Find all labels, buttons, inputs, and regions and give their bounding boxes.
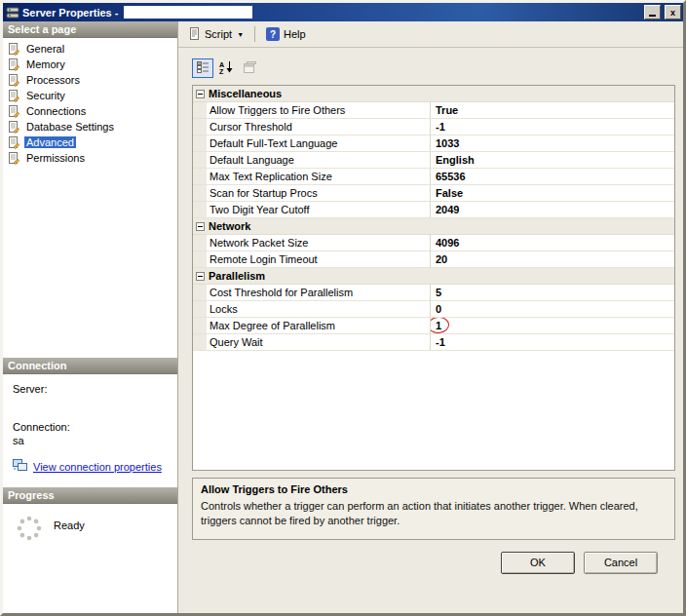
toolbar-separator [254,26,255,42]
page-icon [8,74,20,87]
view-connection-properties-link[interactable]: View connection properties [33,461,162,473]
sidebar-item-advanced[interactable]: Advanced [3,135,177,150]
property-value[interactable]: -1 [431,119,674,135]
property-row[interactable]: Max Text Replication Size 65536 [193,169,674,185]
page-icon [8,58,20,71]
row-indent [193,334,207,350]
property-value[interactable]: 4096 [431,235,674,250]
collapse-icon[interactable] [196,272,205,281]
property-row[interactable]: Default Full-Text Language 1033 [193,135,674,152]
category-row-parallelism[interactable]: Parallelism [193,268,674,285]
ok-button[interactable]: OK [501,552,575,574]
page-icon [8,136,20,149]
row-indent [193,235,207,250]
property-row[interactable]: Remote Login Timeout 20 [193,251,674,268]
page-icon [8,43,20,56]
sidebar-item-security[interactable]: Security [3,88,177,103]
row-indent [193,185,207,201]
property-value[interactable]: 20 [431,251,674,267]
property-label: Query Wait [207,334,431,350]
sidebar-item-label: Advanced [24,136,76,148]
row-indent [193,152,207,168]
property-row[interactable]: Network Packet Size 4096 [193,235,674,251]
help-button[interactable]: ? Help [260,24,312,44]
category-label: Parallelism [209,270,265,282]
collapse-icon[interactable] [196,90,205,98]
row-indent [193,102,207,118]
close-button[interactable]: x [665,5,681,19]
property-value[interactable]: 2049 [431,202,674,217]
row-indent [193,119,207,135]
property-row[interactable]: Cursor Threshold -1 [193,119,674,135]
page-icon [8,90,20,102]
row-indent [193,285,207,300]
property-row[interactable]: Allow Triggers to Fire Others True [193,102,674,119]
sidebar-item-general[interactable]: General [3,41,177,57]
dialog-toolbar: Script ▼ ? Help [178,21,683,48]
categorized-icon [197,61,210,76]
property-value[interactable]: 5 [431,285,674,300]
property-row[interactable]: Two Digit Year Cutoff 2049 [193,202,674,218]
property-label: Scan for Startup Procs [207,185,431,201]
sidebar-item-memory[interactable]: Memory [3,57,177,72]
redacted-server-name [124,6,252,19]
property-label: Network Packet Size [207,235,431,250]
property-pages-button [239,58,260,78]
minimize-icon [649,15,656,17]
collapse-icon[interactable] [196,222,205,231]
connection-section: Server: Connection: sa View connection p… [3,374,177,487]
help-button-label: Help [284,28,306,40]
cancel-button[interactable]: Cancel [584,552,658,574]
help-icon: ? [266,27,280,41]
property-value[interactable]: 65536 [431,169,674,184]
sidebar-item-database-settings[interactable]: Database Settings [3,119,177,135]
category-row-miscellaneous[interactable]: Miscellaneous [193,86,674,102]
property-value[interactable]: False [431,185,674,201]
property-value[interactable]: 1033 [431,135,674,151]
titlebar[interactable]: Server Properties - x [3,3,683,21]
property-row[interactable]: Scan for Startup Procs False [193,185,674,202]
server-icon [6,6,19,19]
progress-section: Ready [3,504,177,613]
property-row[interactable]: Cost Threshold for Parallelism 5 [193,285,674,301]
property-value[interactable]: English [431,152,674,168]
property-label: Locks [207,301,431,317]
property-value[interactable]: True [431,102,674,118]
property-row-max-degree-of-parallelism[interactable]: Max Degree of Parallelism 1 [193,318,674,334]
select-page-header: Select a page [3,21,177,38]
property-value[interactable]: -1 [431,334,674,350]
sidebar-item-label: Security [24,90,67,101]
chevron-down-icon: ▼ [237,31,244,38]
property-value[interactable]: 1 [431,318,674,333]
property-row[interactable]: Locks 0 [193,301,674,318]
sidebar-item-label: Processors [24,74,82,86]
sort-az-icon: AZ [219,60,234,77]
property-grid: Miscellaneous Allow Triggers to Fire Oth… [192,85,675,471]
property-label: Two Digit Year Cutoff [207,202,431,217]
sidebar-item-label: Database Settings [24,121,116,133]
connection-properties-icon [13,459,28,474]
row-indent [193,135,207,151]
sidebar-item-processors[interactable]: Processors [3,72,177,88]
alphabetical-sort-button[interactable]: AZ [215,58,237,78]
property-row[interactable]: Default Language English [193,152,674,169]
connection-section-header: Connection [3,358,177,374]
sidebar-item-permissions[interactable]: Permissions [3,150,177,166]
row-indent [193,318,207,333]
category-label: Miscellaneous [209,88,282,99]
description-title: Allow Triggers to Fire Others [201,483,667,495]
row-indent [193,301,207,317]
minimize-button[interactable] [644,5,661,19]
property-label: Cursor Threshold [207,119,431,135]
categorized-view-button[interactable] [192,58,213,78]
script-icon [188,27,201,42]
property-value[interactable]: 0 [431,301,674,317]
category-row-network[interactable]: Network [193,218,674,235]
script-button-label: Script [205,28,232,40]
dialog-button-row: OK Cancel [192,540,675,585]
property-label: Max Degree of Parallelism [207,318,431,333]
sidebar-item-connections[interactable]: Connections [3,103,177,119]
property-row[interactable]: Query Wait -1 [193,334,674,351]
script-button[interactable]: Script ▼ [182,24,249,45]
progress-section-header: Progress [3,487,177,504]
